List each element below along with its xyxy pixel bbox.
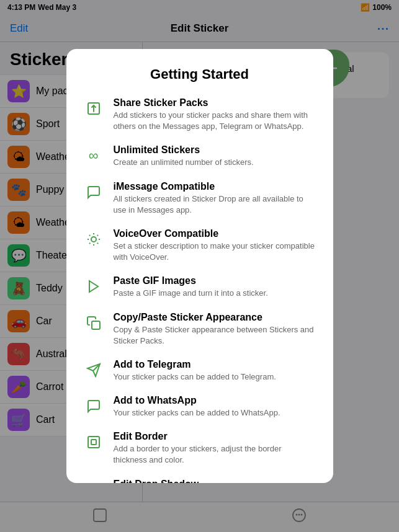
feature-desc-share: Add stickers to your sticker packs and s… xyxy=(114,110,316,132)
feature-text-voiceover: VoiceOver Compatible Set a sticker descr… xyxy=(114,228,316,263)
feature-desc-border: Add a border to your stickers, adjust th… xyxy=(114,443,316,466)
feature-name-gif: Paste GIF Images xyxy=(114,275,316,286)
feature-desc-voiceover: Set a sticker description to make your s… xyxy=(114,241,316,263)
feature-item-unlimited: ∞ Unlimited Stickers Create an unlimited… xyxy=(84,144,316,168)
feature-name-copy-paste: Copy/Paste Sticker Appearance xyxy=(114,312,316,323)
feature-desc-imessage: All stickers created in Sticker Drop are… xyxy=(114,193,316,216)
feature-item-shadow: Edit Drop Shadow Does your sticker blend… xyxy=(84,479,316,483)
modal-title: Getting Started xyxy=(84,66,316,82)
feature-icon-telegram xyxy=(84,360,104,380)
feature-item-telegram: Add to Telegram Your sticker packs can b… xyxy=(84,359,316,383)
feature-desc-telegram: Your sticker packs can be added to Teleg… xyxy=(114,371,316,383)
feature-item-share: Share Sticker Packs Add stickers to your… xyxy=(84,97,316,132)
modal-overlay: Getting Started Share Sticker Packs Add … xyxy=(0,0,399,532)
feature-item-copy-paste: Copy/Paste Sticker Appearance Copy & Pas… xyxy=(84,312,316,347)
feature-name-imessage: iMessage Compatible xyxy=(114,181,316,192)
feature-text-share: Share Sticker Packs Add stickers to your… xyxy=(114,97,316,132)
feature-text-gif: Paste GIF Images Paste a GIF image and t… xyxy=(114,275,316,299)
svg-rect-18 xyxy=(91,440,96,445)
feature-text-shadow: Edit Drop Shadow Does your sticker blend… xyxy=(114,479,316,483)
feature-icon-shadow xyxy=(84,480,104,483)
feature-desc-whatsapp: Your sticker packs can be added to Whats… xyxy=(114,407,316,419)
feature-icon-gif xyxy=(84,277,104,296)
svg-marker-13 xyxy=(89,281,98,292)
feature-text-whatsapp: Add to WhatsApp Your sticker packs can b… xyxy=(114,395,316,419)
svg-rect-17 xyxy=(88,437,99,448)
feature-icon-unlimited: ∞ xyxy=(84,146,104,166)
feature-icon-whatsapp xyxy=(84,396,104,416)
feature-name-unlimited: Unlimited Stickers xyxy=(114,144,316,156)
feature-icon-imessage xyxy=(84,182,104,202)
feature-item-imessage: iMessage Compatible All stickers created… xyxy=(84,181,316,216)
feature-text-imessage: iMessage Compatible All stickers created… xyxy=(114,181,316,216)
feature-name-share: Share Sticker Packs xyxy=(114,97,316,109)
feature-name-voiceover: VoiceOver Compatible xyxy=(114,228,316,239)
getting-started-modal: Getting Started Share Sticker Packs Add … xyxy=(66,49,333,483)
feature-text-telegram: Add to Telegram Your sticker packs can b… xyxy=(114,359,316,383)
feature-icon-share xyxy=(84,99,104,118)
feature-item-gif: Paste GIF Images Paste a GIF image and t… xyxy=(84,275,316,299)
feature-name-shadow: Edit Drop Shadow xyxy=(114,479,316,483)
feature-item-border: Edit Border Add a border to your sticker… xyxy=(84,431,316,466)
feature-item-whatsapp: Add to WhatsApp Your sticker packs can b… xyxy=(84,395,316,419)
feature-name-border: Edit Border xyxy=(114,431,316,442)
feature-name-whatsapp: Add to WhatsApp xyxy=(114,395,316,406)
feature-text-copy-paste: Copy/Paste Sticker Appearance Copy & Pas… xyxy=(114,312,316,347)
feature-desc-gif: Paste a GIF image and turn it into a sti… xyxy=(114,288,316,299)
feature-desc-unlimited: Create an unlimited number of stickers. xyxy=(114,157,316,168)
feature-name-telegram: Add to Telegram xyxy=(114,359,316,370)
feature-item-voiceover: VoiceOver Compatible Set a sticker descr… xyxy=(84,228,316,263)
feature-icon-border xyxy=(84,432,104,452)
feature-text-unlimited: Unlimited Stickers Create an unlimited n… xyxy=(114,144,316,168)
feature-icon-voiceover xyxy=(84,229,104,249)
svg-point-12 xyxy=(91,237,96,242)
feature-icon-copy-paste xyxy=(84,313,104,333)
feature-list: Share Sticker Packs Add stickers to your… xyxy=(84,97,316,483)
feature-text-border: Edit Border Add a border to your sticker… xyxy=(114,431,316,466)
feature-desc-copy-paste: Copy & Paste Sticker appearance between … xyxy=(114,324,316,347)
svg-rect-14 xyxy=(92,321,100,329)
